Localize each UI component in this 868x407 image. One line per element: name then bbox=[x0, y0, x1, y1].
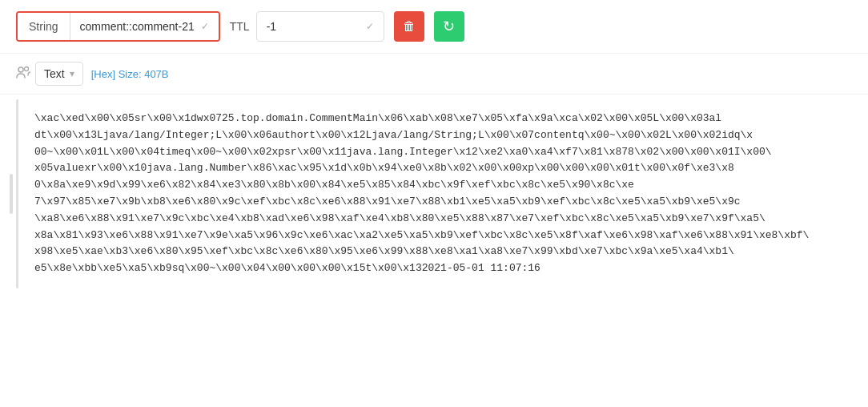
key-value-text: comment::comment-21 bbox=[80, 20, 195, 33]
refresh-icon: ↻ bbox=[443, 18, 455, 35]
refresh-button[interactable]: ↻ bbox=[434, 11, 464, 42]
trash-icon: 🗑 bbox=[403, 19, 416, 34]
ttl-input[interactable]: -1 ✓ bbox=[256, 11, 384, 42]
chevron-down-icon: ✓ bbox=[201, 21, 209, 32]
svg-point-1 bbox=[25, 67, 29, 71]
delete-button[interactable]: 🗑 bbox=[394, 11, 424, 42]
type-label: Text bbox=[44, 67, 65, 80]
chevron-down-icon: ▾ bbox=[70, 68, 74, 79]
svg-point-0 bbox=[18, 67, 23, 72]
content-bar: Text ▾ [Hex] Size: 407B bbox=[0, 54, 868, 95]
ttl-label: TTL bbox=[230, 20, 250, 33]
content-wrapper: \xac\xed\x00\x05sr\x00\x1dwx0725.top.dom… bbox=[0, 99, 868, 288]
top-bar: String comment::comment-21 ✓ TTL -1 ✓ 🗑 … bbox=[0, 0, 868, 54]
type-select[interactable]: Text ▾ bbox=[35, 62, 83, 86]
left-resize-handle[interactable] bbox=[10, 174, 13, 214]
chevron-check-icon: ✓ bbox=[366, 21, 374, 32]
users-icon bbox=[16, 66, 30, 82]
key-type: String bbox=[18, 13, 70, 40]
content-type-group: Text ▾ bbox=[16, 62, 83, 86]
size-info: [Hex] Size: 407B bbox=[91, 68, 169, 80]
key-value-field[interactable]: comment::comment-21 ✓ bbox=[70, 13, 219, 40]
ttl-group: TTL -1 ✓ bbox=[230, 11, 384, 42]
ttl-value: -1 bbox=[267, 20, 360, 33]
content-area: \xac\xed\x00\x05sr\x00\x1dwx0725.top.dom… bbox=[16, 99, 852, 288]
key-group: String comment::comment-21 ✓ bbox=[16, 11, 220, 42]
